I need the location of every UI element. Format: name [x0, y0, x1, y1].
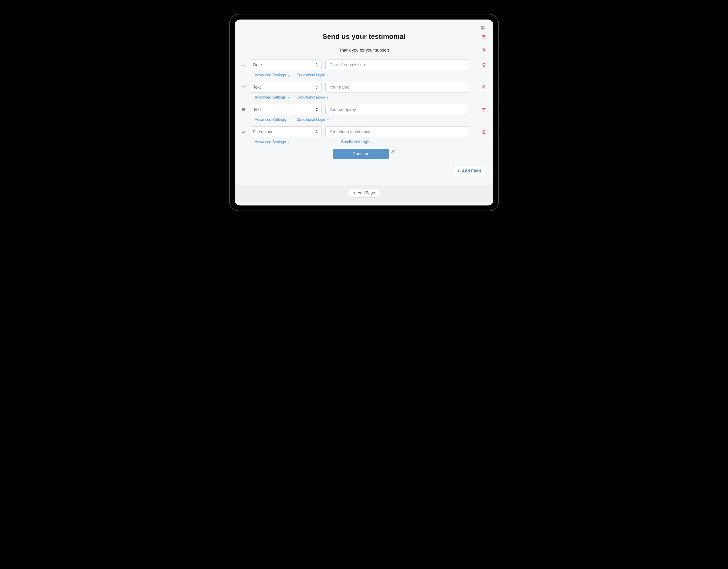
select-sort-icon [315, 130, 318, 134]
field-type-select[interactable]: Date [250, 60, 322, 70]
conditional-logic-link[interactable]: Conditional Logic [296, 95, 329, 99]
chevron-down-icon [326, 118, 329, 121]
plus-icon: + [457, 169, 460, 173]
form-field-block: TextAdvanced SettingsConditional Logic [241, 82, 487, 99]
advanced-settings-label: Advanced Settings [255, 73, 286, 77]
chevron-down-icon [326, 96, 329, 99]
add-page-label: Add Page [358, 191, 375, 195]
conditional-logic-link[interactable]: Conditional Logic [341, 140, 374, 144]
drag-handle-icon[interactable] [241, 130, 246, 134]
conditional-logic-label: Conditional Logic [296, 118, 325, 122]
drag-handle-icon[interactable] [241, 85, 246, 89]
add-field-button[interactable]: + Add Field [453, 166, 485, 176]
field-type-value: File upload [253, 129, 274, 134]
field-type-value: Text [253, 85, 261, 90]
delete-field-trash-icon[interactable] [481, 63, 487, 67]
chevron-down-icon [287, 74, 290, 76]
conditional-logic-label: Conditional Logic [341, 140, 370, 144]
continue-button[interactable]: Continue [333, 149, 389, 159]
advanced-settings-link[interactable]: Advanced Settings [255, 73, 290, 77]
field-type-select[interactable]: File upload [250, 126, 322, 137]
form-field-block: File uploadAdvanced SettingsConditional … [241, 126, 487, 144]
advanced-settings-link[interactable]: Advanced Settings [255, 95, 290, 99]
chevron-down-icon [287, 118, 290, 121]
page-title: Send us your testimonial [323, 33, 406, 40]
field-label-input[interactable] [325, 82, 468, 93]
plus-icon: + [353, 191, 356, 195]
chevron-down-icon [287, 96, 290, 99]
app-screen: Send us your testimonial Thank you for y… [235, 20, 493, 205]
form-field-block: TextAdvanced SettingsConditional Logic [241, 104, 487, 122]
settings-gear-icon[interactable] [480, 25, 485, 30]
advanced-settings-link[interactable]: Advanced Settings [255, 140, 290, 144]
conditional-logic-label: Conditional Logic [296, 95, 325, 99]
chevron-down-icon [326, 74, 329, 76]
delete-subtitle-trash-icon[interactable] [481, 48, 485, 52]
delete-field-trash-icon[interactable] [481, 107, 487, 112]
advanced-settings-label: Advanced Settings [255, 118, 286, 122]
field-type-value: Date [253, 63, 262, 67]
conditional-logic-link[interactable]: Conditional Logic [296, 73, 329, 77]
add-field-label: Add Field [462, 169, 481, 174]
select-sort-icon [315, 63, 318, 67]
conditional-logic-link[interactable]: Conditional Logic [296, 118, 329, 122]
add-page-bar: + Add Page [235, 185, 493, 202]
select-sort-icon [315, 108, 318, 111]
delete-title-trash-icon[interactable] [481, 34, 485, 39]
tablet-frame: Send us your testimonial Thank you for y… [229, 14, 499, 211]
field-type-select[interactable]: Text [250, 82, 322, 93]
page-subtitle: Thank you for your support [339, 48, 389, 53]
form-field-block: DateAdvanced SettingsConditional Logic [241, 60, 487, 77]
select-sort-icon [315, 85, 318, 89]
field-label-input[interactable] [325, 60, 468, 70]
drag-handle-icon[interactable] [241, 63, 246, 67]
chevron-down-icon [371, 141, 374, 143]
advanced-settings-link[interactable]: Advanced Settings [255, 118, 290, 122]
chevron-down-icon [287, 141, 290, 143]
delete-field-trash-icon[interactable] [481, 130, 487, 134]
drag-handle-icon[interactable] [241, 107, 246, 112]
delete-field-trash-icon[interactable] [481, 85, 487, 89]
field-label-input[interactable] [325, 126, 468, 137]
add-page-button[interactable]: + Add Page [349, 188, 379, 198]
field-label-input[interactable] [325, 104, 468, 115]
edit-continue-pencil-icon[interactable] [391, 150, 395, 153]
advanced-settings-label: Advanced Settings [255, 140, 286, 144]
advanced-settings-label: Advanced Settings [255, 95, 286, 99]
field-type-select[interactable]: Text [250, 104, 322, 115]
conditional-logic-label: Conditional Logic [296, 73, 325, 77]
field-type-value: Text [253, 107, 261, 112]
